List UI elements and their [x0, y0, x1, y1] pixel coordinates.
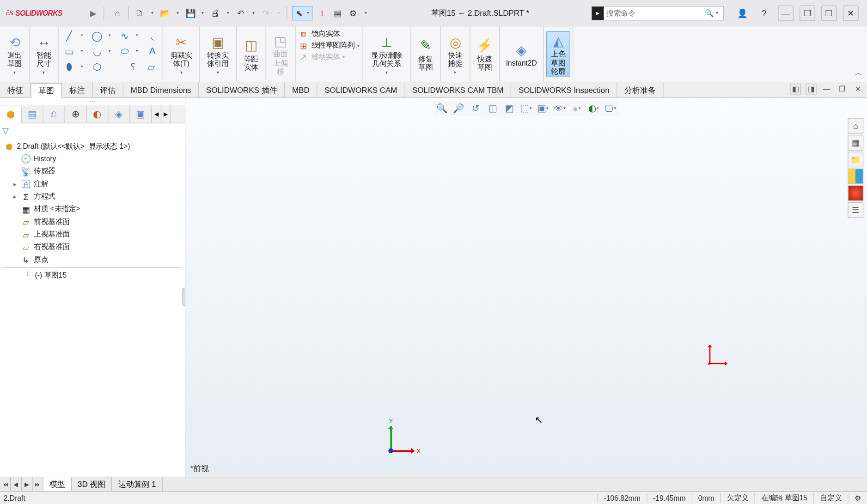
spline-tool[interactable]: ∿	[118, 29, 131, 43]
cm-tab-cam-tbm[interactable]: SOLIDWORKS CAM TBM	[405, 82, 511, 97]
taskpane-file-icon[interactable]: 📁	[848, 152, 863, 167]
smart-dimension-button[interactable]: ↔智能 尺寸▾	[32, 33, 56, 75]
panel-pin-icon[interactable]: ⋯	[0, 98, 185, 105]
view-orientation-icon[interactable]: ⬚▾	[519, 102, 533, 115]
maximize-button[interactable]: ☐	[821, 5, 837, 21]
cm-tab-mbd-dimensions[interactable]: MBD Dimensions	[123, 82, 199, 97]
slot-tool[interactable]: ⬮	[62, 60, 76, 73]
save-dropdown[interactable]: ▾	[200, 7, 206, 19]
fp-tab-property[interactable]: ▤	[22, 105, 43, 123]
cm-tab-evaluate[interactable]: 评估	[93, 82, 123, 97]
cm-tab-inspection[interactable]: SOLIDWORKS Inspection	[511, 82, 617, 97]
fp-tab-config[interactable]: ⎌	[43, 105, 65, 123]
open-icon[interactable]: 📂	[159, 7, 171, 19]
offset-entities-button[interactable]: ◫等距 实体	[239, 36, 263, 72]
taskpane-library-icon[interactable]: ▦	[848, 135, 863, 151]
repair-sketch-button[interactable]: ✎修复 草图	[414, 36, 438, 72]
cm-tab-addins[interactable]: SOLIDWORKS 插件	[199, 82, 285, 97]
previous-view-icon[interactable]: ↺	[469, 102, 483, 115]
minimize-button[interactable]: —	[778, 5, 794, 21]
settings-dropdown[interactable]: ▾	[363, 7, 369, 19]
bt-last-icon[interactable]: ⏭	[32, 477, 43, 491]
select-tool[interactable]: ⬉▾	[292, 6, 312, 20]
text-tool[interactable]: A	[146, 44, 159, 58]
zoom-fit-icon[interactable]: 🔍	[435, 102, 449, 115]
run-macro-icon[interactable]: ▶	[84, 8, 102, 18]
zoom-area-icon[interactable]: 🔎	[452, 102, 466, 115]
search-icon[interactable]: 🔍	[702, 9, 716, 17]
graphics-viewport[interactable]: 🔍 🔎 ↺ ◫ ◩ ⬚▾ ▣▾ 👁▾ ●▾ ◐▾ 🖵▾ ✶ Y X *前视 ↖	[185, 98, 867, 476]
doc-prev-icon[interactable]: ◧	[790, 84, 800, 94]
linear-pattern-button[interactable]: ⊞线性草图阵列▾	[298, 40, 360, 50]
circle-tool[interactable]: ◯	[90, 29, 104, 43]
tree-origin[interactable]: ↳原点	[2, 253, 183, 266]
tree-equations[interactable]: ▸Σ方程式	[2, 190, 183, 203]
new-icon[interactable]: 🗋	[134, 7, 146, 19]
settings-icon[interactable]: ⚙	[348, 7, 360, 19]
scene-icon[interactable]: ◐▾	[586, 102, 601, 115]
search-dropdown[interactable]: ▾	[716, 10, 723, 16]
doc-next-icon[interactable]: ◨	[806, 84, 816, 94]
save-icon[interactable]: 💾	[184, 7, 196, 19]
redo-dropdown[interactable]: ▾	[276, 7, 282, 19]
ribbon-collapse-icon[interactable]: ︿	[855, 68, 862, 78]
taskpane-view-icon[interactable]	[848, 169, 863, 184]
tree-right-plane[interactable]: ▱右视基准面	[2, 241, 183, 253]
tree-top-plane[interactable]: ▱上视基准面	[2, 228, 183, 241]
taskpane-home-icon[interactable]: ⌂	[848, 118, 863, 134]
fp-tab-tree[interactable]: ⬢	[0, 106, 22, 123]
point-tool[interactable]: ⸮	[127, 60, 140, 73]
fp-tab-appearance[interactable]: ◐	[87, 105, 109, 123]
shade-sketch-button[interactable]: ◭上色 草图 轮廓	[546, 31, 570, 77]
tree-sensors[interactable]: 📡传感器	[2, 165, 183, 177]
tree-filter[interactable]: ▽	[0, 123, 185, 138]
taskpane-appearance-icon[interactable]	[848, 185, 863, 201]
fp-tab-more[interactable]: ▣	[130, 105, 152, 123]
quick-snap-button[interactable]: ◎快速 捕捉▾	[443, 33, 467, 75]
ellipse-tool[interactable]: ⬭	[118, 44, 131, 58]
appearance-icon[interactable]: ●▾	[569, 102, 584, 115]
trim-button[interactable]: ✂剪裁实 体(T)▾	[165, 33, 197, 75]
bt-first-icon[interactable]: ⏮	[0, 477, 11, 491]
bt-tab-model[interactable]: 模型	[43, 477, 72, 491]
tree-root[interactable]: ⬢2.Draft (默认<<默认>_显示状态 1>)	[2, 140, 183, 153]
rectangle-tool[interactable]: ▭	[62, 44, 76, 58]
cm-tab-sketch[interactable]: 草图	[31, 83, 62, 98]
print-dropdown[interactable]: ▾	[225, 7, 231, 19]
bt-next-icon[interactable]: ▶	[22, 477, 32, 491]
cm-tab-annotate[interactable]: 标注	[62, 82, 92, 97]
tree-history[interactable]: 🕘History	[2, 153, 183, 165]
undo-dropdown[interactable]: ▾	[250, 7, 256, 19]
quick-sketch-button[interactable]: ⚡快速 草图	[473, 36, 497, 72]
view-settings-icon[interactable]: 🖵▾	[603, 102, 617, 115]
cm-tab-analysis[interactable]: 分析准备	[617, 82, 664, 97]
traffic-light-icon[interactable]: ⁞	[316, 7, 328, 19]
close-button[interactable]: ✕	[843, 5, 859, 21]
exit-sketch-button[interactable]: ⟲退出 草图▾	[2, 33, 26, 75]
search-box[interactable]: ▸ 🔍 ▾	[591, 6, 724, 20]
print-icon[interactable]: 🖨	[209, 7, 221, 19]
tree-front-plane[interactable]: ▱前视基准面	[2, 215, 183, 228]
tree-sketch15[interactable]: └(-) 草图15	[2, 269, 183, 281]
options-panel-icon[interactable]: ▤	[332, 7, 344, 19]
bt-tab-motion[interactable]: 运动算例 1	[112, 477, 163, 491]
mirror-button[interactable]: ⧈镜向实体	[298, 29, 340, 39]
status-custom[interactable]: 自定义	[813, 493, 848, 503]
help-icon[interactable]: ?	[756, 5, 772, 21]
line-tool[interactable]: ╱	[62, 29, 76, 43]
doc-close-icon[interactable]: ✕	[853, 84, 863, 94]
tree-material[interactable]: ▦材质 <未指定>	[2, 203, 183, 215]
open-dropdown[interactable]: ▾	[175, 7, 181, 19]
fp-tab-scroll-right[interactable]: ▶	[161, 105, 171, 123]
cm-tab-features[interactable]: 特征	[0, 82, 31, 97]
section-view-icon[interactable]: ◫	[485, 102, 500, 115]
fp-tab-scroll-left[interactable]: ◀	[152, 105, 161, 123]
cm-tab-mbd[interactable]: MBD	[285, 82, 317, 97]
doc-minimize-icon[interactable]: —	[821, 84, 832, 94]
bt-prev-icon[interactable]: ◀	[11, 477, 21, 491]
convert-entities-button[interactable]: ▣转换实 体引用▾	[202, 33, 234, 75]
taskpane-properties-icon[interactable]: ☰	[848, 202, 863, 218]
arc-tool[interactable]: ◡	[90, 44, 104, 58]
doc-restore-icon[interactable]: ❐	[837, 84, 848, 94]
cm-tab-cam[interactable]: SOLIDWORKS CAM	[317, 82, 405, 97]
